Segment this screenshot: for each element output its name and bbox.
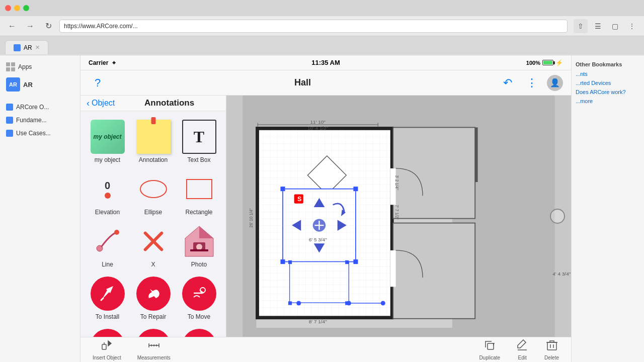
svg-point-65 xyxy=(296,301,301,305)
bottom-left-tools: Insert Object Measurements xyxy=(80,337,183,363)
ellipse-shape xyxy=(140,180,167,198)
floor-plan-area[interactable]: S xyxy=(226,96,571,337)
duplicate-button[interactable]: Duplicate xyxy=(471,337,508,363)
to-repair-icon xyxy=(136,276,171,311)
battery-icon xyxy=(542,60,553,65)
other-bookmarks-header: Other Bookmarks xyxy=(572,59,644,69)
back-button[interactable]: ← xyxy=(5,19,19,33)
maximize-window-button[interactable] xyxy=(23,5,29,11)
annotation-item-to-paint[interactable]: To Paint xyxy=(176,324,222,337)
sidebar-item-usecases[interactable]: Use Cases... xyxy=(0,127,80,140)
browser-right-sidebar: Other Bookmarks ...nts ...rted Devices D… xyxy=(571,55,644,362)
undo-button[interactable]: ↶ xyxy=(499,74,517,92)
svg-rect-40 xyxy=(390,250,396,287)
sidebar-item-fundamentals[interactable]: Fundame... xyxy=(0,114,80,127)
svg-rect-38 xyxy=(393,223,475,319)
more-menu-button[interactable]: ⋮ xyxy=(523,74,541,92)
ipad-device: Carrier ⌖ 11:35 AM 100% ⚡ ? Hall ↶ ⋮ 👤 xyxy=(80,55,571,362)
annotation-item-annotation[interactable]: Annotation xyxy=(130,115,176,167)
svg-text:7' 7 1/2": 7' 7 1/2" xyxy=(394,205,399,219)
annotation-item-elevation[interactable]: 0 Elevation xyxy=(85,167,130,220)
annotation-item-my-object[interactable]: my object my object xyxy=(85,115,130,167)
svg-text:3' 2 1/4": 3' 2 1/4" xyxy=(394,175,399,190)
measurements-button[interactable]: Measurements xyxy=(129,337,179,363)
back-to-object-button[interactable]: ‹ Object xyxy=(87,98,115,109)
header-help-button[interactable]: ? xyxy=(89,74,107,92)
sidebar-label-arcore: ARCore O... xyxy=(16,104,49,111)
measurements-icon xyxy=(148,339,160,354)
annotation-item-to-remove[interactable]: To Remove xyxy=(85,324,130,337)
line-label: Line xyxy=(102,261,113,268)
right-sidebar-item-1[interactable]: ...nts xyxy=(572,69,644,78)
annotations-grid: my object my object xyxy=(80,111,226,337)
close-window-button[interactable] xyxy=(5,5,11,11)
to-move-label: To Move xyxy=(188,313,210,320)
annotation-item-photo[interactable]: Photo xyxy=(176,220,222,272)
active-tab[interactable]: AR ✕ xyxy=(5,40,48,54)
svg-text:4' 4 3/4": 4' 4 3/4" xyxy=(552,271,571,277)
sidebar-item-arcore[interactable]: ARCore O... xyxy=(0,101,80,114)
svg-rect-6 xyxy=(190,249,208,251)
forward-button[interactable]: → xyxy=(23,19,37,33)
annotation-item-text-box[interactable]: T Text Box xyxy=(176,115,222,167)
line-icon-wrapper xyxy=(90,224,125,259)
tab-close-button[interactable]: ✕ xyxy=(35,44,40,51)
svg-rect-63 xyxy=(288,301,292,305)
edit-button[interactable]: Edit xyxy=(508,337,536,363)
right-sidebar-item-4[interactable]: ...more xyxy=(572,97,644,106)
elevation-icon-wrapper: 0 xyxy=(90,171,125,207)
svg-rect-48 xyxy=(353,259,358,264)
svg-point-68 xyxy=(381,301,385,305)
annotation-item-to-repair[interactable]: To Repair xyxy=(130,272,176,324)
tab-favicon xyxy=(14,44,21,51)
reading-list-icon[interactable]: ▢ xyxy=(608,19,622,33)
svg-text:8' 7 1/4": 8' 7 1/4" xyxy=(309,319,327,324)
panel-header: ‹ Object Annotations xyxy=(80,96,226,111)
insert-object-label: Insert Object xyxy=(93,355,121,360)
ipad-screen: Carrier ⌖ 11:35 AM 100% ⚡ ? Hall ↶ ⋮ 👤 xyxy=(80,55,571,362)
svg-rect-60 xyxy=(290,262,349,303)
address-bar[interactable] xyxy=(59,20,568,33)
annotation-item-rectangle[interactable]: Rectangle xyxy=(176,167,222,220)
svg-text:6' 5 3/4": 6' 5 3/4" xyxy=(309,237,327,242)
sidebar-label-fundamentals: Fundame... xyxy=(16,117,47,124)
browser-title-bar xyxy=(0,0,644,16)
reload-button[interactable]: ↻ xyxy=(41,19,55,33)
bottom-toolbar: Insert Object Measurements xyxy=(80,337,571,362)
delete-button[interactable]: Delete xyxy=(536,337,567,363)
bookmark-icon[interactable]: ☰ xyxy=(591,19,605,33)
annotation-item-line[interactable]: Line xyxy=(85,220,130,272)
right-sidebar-item-2[interactable]: ...rted Devices xyxy=(572,78,644,87)
insert-object-button[interactable]: Insert Object xyxy=(85,337,129,363)
header-right-icons: ↶ ⋮ 👤 xyxy=(499,74,563,92)
svg-rect-45 xyxy=(280,187,285,191)
apps-item[interactable]: Apps xyxy=(0,59,80,74)
sidebar-favicon-fundamentals xyxy=(6,117,13,124)
app-main: ‹ Object Annotations my object my object xyxy=(80,96,571,337)
more-options-icon[interactable]: ⋮ xyxy=(625,19,639,33)
my-object-icon: my object xyxy=(90,119,125,154)
wifi-icon: ⌖ xyxy=(112,59,116,66)
sidebar-favicon-arcore xyxy=(6,104,13,111)
annotation-item-to-install[interactable]: To Install xyxy=(85,272,130,324)
annotation-item-x[interactable]: X xyxy=(130,220,176,272)
app-title: Hall xyxy=(107,77,499,88)
elevation-dot xyxy=(105,193,111,199)
svg-rect-80 xyxy=(102,344,106,349)
minimize-window-button[interactable] xyxy=(14,5,20,11)
to-move-icon xyxy=(182,276,217,311)
svg-rect-61 xyxy=(288,260,292,264)
annotation-item-ellipse[interactable]: Ellipse xyxy=(130,167,176,220)
sidebar-ar-logo: AR AR xyxy=(0,74,80,95)
avatar[interactable]: 👤 xyxy=(547,75,563,91)
tab-label: AR xyxy=(24,44,32,51)
delete-label: Delete xyxy=(544,355,559,360)
annotation-item-to-move[interactable]: To Move xyxy=(176,272,222,324)
annotation-item-to-inspect[interactable]: To Inspect xyxy=(130,324,176,337)
right-sidebar-item-3[interactable]: Does ARCore work? xyxy=(572,87,644,97)
share-icon[interactable]: ⇧ xyxy=(574,19,588,33)
rectangle-label: Rectangle xyxy=(185,209,212,216)
rectangle-icon-wrapper xyxy=(182,171,217,207)
svg-rect-88 xyxy=(488,343,494,349)
svg-rect-41 xyxy=(475,127,477,182)
